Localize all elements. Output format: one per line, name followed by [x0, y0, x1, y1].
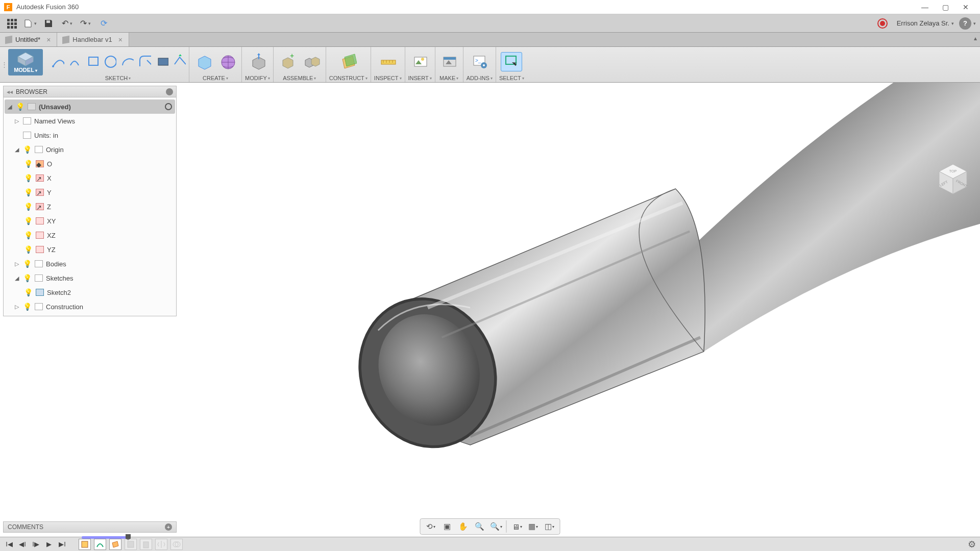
tree-origin-xz[interactable]: 💡XZ: [5, 228, 175, 242]
browser-options-icon[interactable]: [166, 88, 173, 95]
collapse-browser-icon[interactable]: ◂◂: [7, 88, 13, 95]
joint-icon[interactable]: [301, 52, 323, 71]
save-button[interactable]: [41, 16, 56, 31]
create-group-label[interactable]: CREATE: [203, 75, 228, 81]
app-title: Autodesk Fusion 360: [16, 3, 79, 11]
box-tool-icon[interactable]: [192, 52, 214, 71]
tree-root[interactable]: ◢💡 (Unsaved): [5, 99, 175, 114]
activate-root-icon[interactable]: [165, 103, 172, 110]
timeline-track[interactable]: [82, 536, 128, 539]
plane-icon[interactable]: [337, 52, 359, 71]
scripts-icon[interactable]: >_: [469, 52, 490, 71]
tree-origin-yz[interactable]: 💡YZ: [5, 242, 175, 257]
select-tool-icon[interactable]: [501, 52, 522, 71]
close-tab-icon[interactable]: ×: [118, 36, 122, 44]
ribbon-group-create: CREATE: [189, 47, 242, 82]
timeline-feature-sketch1[interactable]: [79, 539, 91, 550]
tree-sketches[interactable]: ◢💡Sketches: [5, 271, 175, 285]
orbit-button[interactable]: ⟲: [424, 520, 438, 533]
tree-origin[interactable]: ◢💡Origin: [5, 142, 175, 157]
insert-decal-icon[interactable]: [409, 52, 431, 71]
timeline-feature-mirror[interactable]: [155, 539, 167, 550]
timeline-feature-sweep[interactable]: [94, 539, 106, 550]
browser-panel: ◂◂ BROWSER ◢💡 (Unsaved) ▷Named Views Uni…: [3, 86, 177, 316]
tree-units[interactable]: Units: in: [5, 128, 175, 142]
fillet-tool-icon[interactable]: [137, 52, 151, 71]
spline-tool-icon[interactable]: [67, 52, 82, 71]
file-menu-button[interactable]: [22, 16, 38, 31]
zoom-button[interactable]: 🔍: [473, 520, 487, 533]
maximize-button[interactable]: ▢: [935, 1, 955, 13]
close-tab-icon[interactable]: ×: [46, 36, 51, 44]
ribbon-grip[interactable]: ⋮: [2, 47, 6, 82]
press-pull-icon[interactable]: [247, 52, 268, 71]
timeline-end-button[interactable]: ▶I: [57, 539, 67, 549]
timeline-settings-icon[interactable]: ⚙: [968, 539, 976, 550]
timeline-play-button[interactable]: ▶: [44, 539, 54, 549]
rectangle-tool-icon[interactable]: [85, 52, 99, 71]
workspace-selector[interactable]: MODEL: [8, 49, 43, 76]
svg-point-37: [421, 58, 424, 61]
assemble-group-label[interactable]: ASSEMBLE: [283, 75, 316, 81]
grid-settings-button[interactable]: ▦: [526, 520, 541, 533]
trim-tool-icon[interactable]: [154, 52, 168, 71]
browser-header[interactable]: ◂◂ BROWSER: [4, 86, 176, 97]
timeline-step-fwd-button[interactable]: I▶: [31, 539, 41, 549]
origin-z-label: Z: [47, 203, 51, 211]
form-tool-icon[interactable]: [217, 52, 238, 71]
timeline-feature-sketch2[interactable]: [125, 539, 137, 550]
circle-tool-icon[interactable]: [102, 52, 116, 71]
units-label: Units: in: [34, 132, 58, 139]
construct-group-label[interactable]: CONSTRUCT: [329, 75, 368, 81]
timeline-step-back-button[interactable]: ◀I: [17, 539, 28, 549]
arc-tool-icon[interactable]: [119, 52, 134, 71]
undo-button[interactable]: ↶: [59, 16, 75, 31]
tab-handlebar[interactable]: Handlebar v1 ×: [57, 33, 129, 46]
tree-origin-o[interactable]: 💡◆O: [5, 157, 175, 171]
origin-y-label: Y: [47, 189, 52, 196]
data-panel-button[interactable]: [4, 16, 19, 31]
pan-button[interactable]: ✋: [456, 520, 471, 533]
minimize-button[interactable]: —: [915, 1, 935, 13]
look-at-button[interactable]: ▣: [440, 520, 454, 533]
line-tool-icon[interactable]: [50, 52, 64, 71]
timeline-feature-extrude[interactable]: [140, 539, 152, 550]
print-3d-icon[interactable]: [438, 52, 460, 71]
user-menu[interactable]: Errison Zelaya Sr.: [897, 19, 954, 27]
help-button[interactable]: ?: [959, 17, 971, 30]
tree-origin-x[interactable]: 💡↗X: [5, 171, 175, 185]
new-component-icon[interactable]: +: [277, 52, 298, 71]
tree-origin-y[interactable]: 💡↗Y: [5, 185, 175, 199]
tab-untitled[interactable]: Untitled* ×: [0, 33, 57, 46]
stop-sketch-icon[interactable]: [172, 52, 186, 71]
view-cube[interactable]: TOP LEFT FRONT: [933, 160, 973, 200]
comments-panel-header[interactable]: COMMENTS +: [3, 521, 177, 533]
tree-named-views[interactable]: ▷Named Views: [5, 114, 175, 128]
viewcube-top: TOP: [949, 169, 957, 173]
addins-group-label[interactable]: ADD-INS: [467, 75, 493, 81]
expand-tabs-icon[interactable]: ▴: [974, 35, 977, 42]
refresh-button[interactable]: ⟳: [96, 16, 111, 31]
measure-icon[interactable]: [377, 52, 399, 71]
inspect-group-label[interactable]: INSPECT: [374, 75, 402, 81]
select-group-label[interactable]: SELECT: [499, 75, 524, 81]
display-settings-button[interactable]: 🖥: [510, 520, 524, 533]
record-button[interactable]: [877, 18, 888, 29]
fit-button[interactable]: 🔍: [489, 520, 503, 533]
close-button[interactable]: ✕: [955, 1, 976, 13]
timeline-start-button[interactable]: I◀: [4, 539, 14, 549]
sketch-group-label[interactable]: SKETCH: [105, 75, 131, 81]
redo-button[interactable]: ↷: [78, 16, 93, 31]
tree-origin-z[interactable]: 💡↗Z: [5, 199, 175, 214]
make-group-label[interactable]: MAKE: [439, 75, 458, 81]
tree-construction[interactable]: ▷💡Construction: [5, 299, 175, 314]
timeline-feature-plane[interactable]: [109, 539, 121, 550]
add-comment-icon[interactable]: +: [165, 523, 172, 531]
tree-origin-xy[interactable]: 💡XY: [5, 214, 175, 228]
timeline-feature-combine[interactable]: [170, 539, 183, 550]
insert-group-label[interactable]: INSERT: [408, 75, 432, 81]
viewport-layout-button[interactable]: ◫: [543, 520, 557, 533]
tree-sketch2[interactable]: 💡Sketch2: [5, 285, 175, 299]
tree-bodies[interactable]: ▷💡Bodies: [5, 257, 175, 271]
modify-group-label[interactable]: MODIFY: [245, 75, 270, 81]
